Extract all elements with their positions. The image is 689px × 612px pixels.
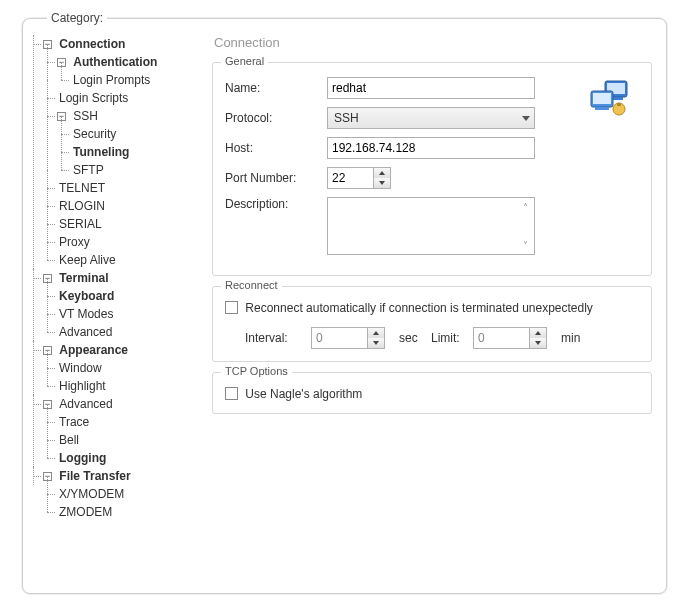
host-label: Host: [225, 141, 327, 155]
reconnect-auto-label: Reconnect automatically if connection is… [245, 301, 593, 315]
host-input[interactable] [327, 137, 535, 159]
caret-down-icon [373, 341, 379, 345]
reconnect-legend: Reconnect [221, 279, 282, 291]
tcp-group: TCP Options Use Nagle's algorithm [212, 372, 652, 414]
connection-panel: Connection General Name: [202, 29, 652, 579]
tree-terminal[interactable]: Terminal [57, 271, 108, 285]
computers-icon [587, 79, 631, 119]
protocol-label: Protocol: [225, 111, 327, 125]
tree-ssh[interactable]: SSH [71, 109, 98, 123]
tcp-legend: TCP Options [221, 365, 292, 377]
name-label: Name: [225, 81, 327, 95]
svg-rect-5 [595, 107, 609, 110]
tree-file-transfer[interactable]: File Transfer [57, 469, 130, 483]
caret-up-icon [379, 171, 385, 175]
tree-login-prompts[interactable]: Login Prompts [71, 73, 150, 87]
tree-advanced-terminal[interactable]: Advanced [57, 325, 112, 339]
general-legend: General [221, 55, 268, 67]
port-input[interactable] [327, 167, 373, 189]
description-label: Description: [225, 197, 327, 211]
reconnect-group: Reconnect Reconnect automatically if con… [212, 286, 652, 362]
tree-proxy[interactable]: Proxy [57, 235, 90, 249]
tree-telnet[interactable]: TELNET [57, 181, 105, 195]
limit-spin-up[interactable] [530, 328, 546, 338]
tree-window[interactable]: Window [57, 361, 102, 375]
tree-rlogin[interactable]: RLOGIN [57, 199, 105, 213]
protocol-select[interactable]: SSH [327, 107, 535, 129]
tree-logging[interactable]: Logging [57, 451, 106, 465]
port-spin-up[interactable] [374, 168, 390, 178]
limit-input[interactable] [473, 327, 529, 349]
panel-title: Connection [212, 31, 652, 56]
caret-up-icon [373, 331, 379, 335]
interval-input[interactable] [311, 327, 367, 349]
interval-label: Interval: [245, 331, 311, 345]
port-spin-down[interactable] [374, 178, 390, 188]
category-label: Category: [47, 11, 107, 25]
tree-tunneling[interactable]: Tunneling [71, 145, 129, 159]
chevron-down-icon [522, 116, 530, 121]
tree-sftp[interactable]: SFTP [71, 163, 104, 177]
tree-keyboard[interactable]: Keyboard [57, 289, 114, 303]
tree-keep-alive[interactable]: Keep Alive [57, 253, 116, 267]
general-group: General Name: Protocol: [212, 62, 652, 276]
interval-spin-down[interactable] [368, 338, 384, 348]
settings-container: Category: − Connection − Authentication … [22, 18, 667, 594]
description-input[interactable]: ˄ ˅ [327, 197, 535, 255]
tree-zmodem[interactable]: ZMODEM [57, 505, 112, 519]
interval-spin-up[interactable] [368, 328, 384, 338]
protocol-value: SSH [334, 111, 359, 125]
tree-vt-modes[interactable]: VT Modes [57, 307, 113, 321]
limit-label: Limit: [431, 331, 473, 345]
nagle-label: Use Nagle's algorithm [245, 387, 362, 401]
category-tree[interactable]: − Connection − Authentication Login Prom… [37, 29, 202, 579]
limit-spin-down[interactable] [530, 338, 546, 348]
layout: − Connection − Authentication Login Prom… [23, 19, 666, 593]
caret-up-icon [535, 331, 541, 335]
tree-login-scripts[interactable]: Login Scripts [57, 91, 128, 105]
port-label: Port Number: [225, 171, 327, 185]
tree-trace[interactable]: Trace [57, 415, 89, 429]
scroll-up-icon[interactable]: ˄ [518, 200, 532, 214]
scroll-down-icon[interactable]: ˅ [518, 238, 532, 252]
nagle-checkbox[interactable] [225, 387, 238, 400]
reconnect-auto-checkbox[interactable] [225, 301, 238, 314]
tree-serial[interactable]: SERIAL [57, 217, 102, 231]
name-input[interactable] [327, 77, 535, 99]
tree-connection[interactable]: Connection [57, 37, 125, 51]
tree-advanced[interactable]: Advanced [57, 397, 112, 411]
tree-bell[interactable]: Bell [57, 433, 79, 447]
limit-unit: min [553, 331, 580, 345]
interval-unit: sec [391, 331, 431, 345]
tree-xymodem[interactable]: X/YMODEM [57, 487, 124, 501]
tree-highlight[interactable]: Highlight [57, 379, 106, 393]
svg-rect-4 [593, 93, 611, 104]
tree-appearance[interactable]: Appearance [57, 343, 128, 357]
tree-security[interactable]: Security [71, 127, 116, 141]
caret-down-icon [379, 181, 385, 185]
dialog-frame: Category: − Connection − Authentication … [0, 0, 689, 612]
caret-down-icon [535, 341, 541, 345]
tree-authentication[interactable]: Authentication [71, 55, 157, 69]
svg-rect-7 [617, 103, 621, 106]
